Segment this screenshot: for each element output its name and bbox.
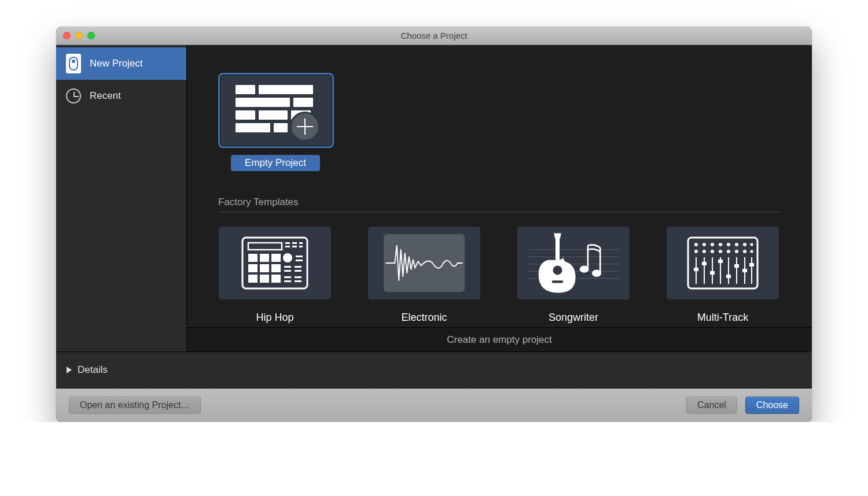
svg-rect-9 — [260, 254, 269, 262]
waveform-icon — [384, 234, 465, 292]
sidebar-item-label: Recent — [90, 90, 121, 102]
titlebar: Choose a Project — [56, 27, 812, 45]
template-row: Hip Hop Electronic — [218, 226, 781, 324]
svg-point-47 — [743, 243, 746, 246]
svg-point-49 — [694, 250, 698, 253]
sidebar-item-recent[interactable]: Recent — [56, 80, 186, 112]
songwriter-card — [517, 226, 630, 300]
svg-rect-21 — [248, 275, 258, 283]
svg-rect-10 — [271, 254, 281, 262]
svg-rect-1 — [248, 243, 282, 250]
dialog-footer: Open an existing Project… Cancel Choose — [56, 388, 812, 422]
svg-rect-23 — [271, 275, 281, 283]
section-factory-templates: Factory Templates — [218, 197, 781, 212]
new-project-icon — [65, 55, 82, 72]
svg-rect-12 — [296, 256, 303, 257]
svg-point-46 — [735, 243, 738, 246]
mixer-icon — [682, 234, 763, 292]
svg-point-41 — [694, 243, 698, 246]
svg-point-54 — [735, 250, 738, 253]
svg-rect-4 — [299, 242, 303, 244]
sidebar-item-label: New Project — [90, 58, 143, 69]
svg-rect-19 — [295, 266, 301, 268]
template-label: Electronic — [401, 312, 447, 324]
template-label: Songwriter — [549, 312, 598, 324]
svg-point-11 — [283, 253, 292, 262]
svg-rect-72 — [749, 263, 754, 266]
empty-project-art — [236, 85, 317, 138]
svg-rect-27 — [295, 280, 301, 282]
content-scroll: Empty Project Factory Templates — [187, 45, 812, 327]
template-hip-hop[interactable]: Hip Hop — [218, 226, 332, 324]
template-label: Multi-Track — [697, 312, 748, 324]
svg-rect-69 — [726, 275, 731, 278]
svg-rect-25 — [284, 280, 291, 282]
empty-project-block: Empty Project — [218, 73, 334, 171]
svg-point-38 — [580, 265, 589, 272]
svg-point-43 — [711, 243, 714, 246]
window-title: Choose a Project — [56, 31, 812, 40]
open-existing-button[interactable]: Open an existing Project… — [69, 397, 201, 414]
drum-machine-icon — [234, 234, 315, 292]
zoom-window-button[interactable] — [87, 32, 95, 39]
svg-rect-70 — [734, 264, 739, 268]
svg-point-34 — [553, 265, 562, 275]
svg-rect-3 — [292, 242, 297, 244]
cancel-button[interactable]: Cancel — [686, 397, 737, 414]
plus-icon — [290, 112, 320, 142]
svg-rect-2 — [285, 242, 290, 244]
svg-point-53 — [727, 250, 730, 253]
template-multi-track[interactable]: Multi-Track — [666, 226, 779, 324]
svg-rect-15 — [260, 264, 269, 272]
template-empty-project[interactable] — [218, 73, 334, 148]
svg-point-50 — [703, 250, 706, 253]
dialog-body: New Project Recent — [56, 45, 812, 351]
svg-rect-66 — [702, 262, 707, 265]
svg-rect-8 — [248, 254, 258, 262]
svg-point-39 — [592, 270, 601, 277]
svg-rect-5 — [285, 246, 290, 247]
svg-rect-68 — [718, 260, 723, 263]
details-label: Details — [78, 364, 108, 376]
multi-track-card — [666, 226, 779, 300]
svg-point-48 — [751, 243, 753, 246]
close-window-button[interactable] — [63, 32, 71, 39]
svg-point-42 — [703, 243, 706, 246]
svg-rect-6 — [292, 246, 297, 247]
svg-point-45 — [727, 243, 730, 246]
choose-button[interactable]: Choose — [745, 397, 799, 414]
svg-point-52 — [719, 250, 722, 253]
guitar-notes-icon — [523, 226, 624, 300]
svg-point-51 — [711, 250, 714, 253]
template-electronic[interactable]: Electronic — [367, 226, 481, 324]
svg-rect-16 — [271, 264, 281, 272]
svg-rect-14 — [248, 264, 258, 272]
template-songwriter[interactable]: Songwriter — [517, 226, 630, 324]
svg-rect-13 — [296, 260, 303, 261]
minimize-window-button[interactable] — [75, 32, 83, 39]
status-description: Create an empty project — [187, 327, 812, 351]
svg-rect-71 — [742, 269, 747, 272]
template-label: Hip Hop — [256, 312, 293, 324]
svg-rect-35 — [552, 280, 564, 283]
svg-rect-18 — [284, 270, 291, 272]
svg-rect-65 — [694, 268, 698, 271]
svg-point-56 — [751, 250, 753, 253]
details-disclosure[interactable]: Details — [56, 351, 812, 388]
main-content: Empty Project Factory Templates — [187, 45, 812, 351]
svg-rect-22 — [260, 275, 269, 283]
electronic-card — [367, 226, 481, 300]
project-chooser-dialog: Choose a Project New Project Recent — [56, 27, 812, 422]
svg-rect-20 — [295, 270, 301, 272]
svg-rect-7 — [299, 246, 303, 247]
sidebar: New Project Recent — [56, 45, 187, 351]
svg-rect-33 — [556, 238, 560, 260]
sidebar-item-new-project[interactable]: New Project — [56, 47, 186, 80]
svg-rect-24 — [284, 276, 291, 278]
svg-rect-26 — [295, 276, 301, 278]
svg-rect-17 — [284, 266, 291, 268]
hip-hop-card — [218, 226, 332, 300]
empty-project-label: Empty Project — [231, 155, 320, 171]
clock-icon — [65, 88, 82, 104]
svg-point-55 — [743, 250, 746, 253]
